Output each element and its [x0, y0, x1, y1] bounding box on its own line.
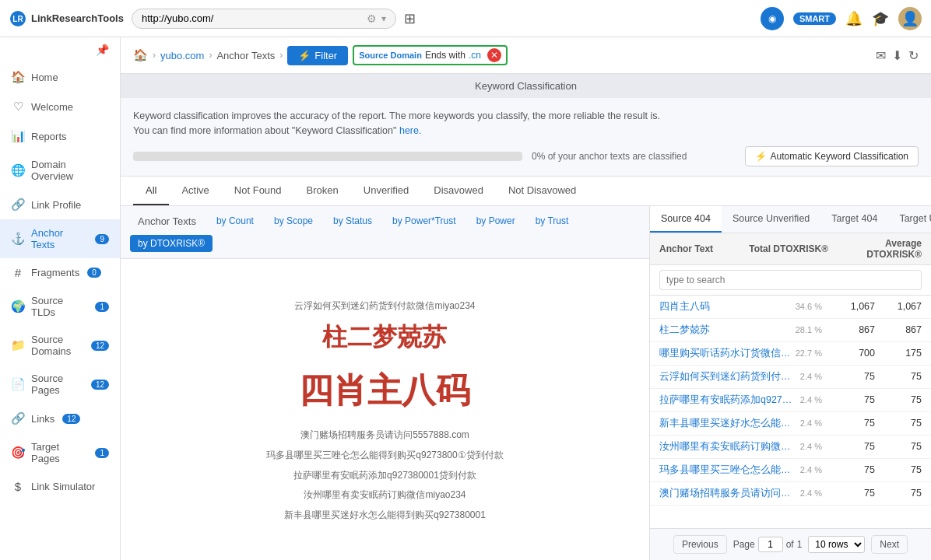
by-status-tab[interactable]: by Status: [325, 212, 380, 229]
td-total: 75: [828, 371, 875, 382]
sidebar-item-reports[interactable]: 📊 Reports: [0, 121, 120, 151]
by-power-trust-tab[interactable]: by Power*Trust: [385, 212, 464, 229]
sidebar-item-source-tlds[interactable]: 🌍 Source TLDs 1: [0, 287, 120, 326]
email-icon[interactable]: ✉: [876, 48, 886, 63]
pin-icon[interactable]: 📌: [0, 37, 120, 62]
sidebar-item-welcome[interactable]: ♡ Welcome: [0, 92, 120, 121]
tab-not-disavowed[interactable]: Not Disavowed: [496, 177, 588, 205]
table-row: 云浮如何买到迷幻药货到付款微信miyao234 2.4 % 75 75: [650, 366, 931, 389]
left-panel: Anchor Texts by Count by Scope by Status…: [121, 206, 650, 561]
prev-button[interactable]: Previous: [673, 535, 727, 554]
filter-remove-button[interactable]: ✕: [487, 48, 501, 62]
sidebar-label-source-domains: Source Domains: [31, 334, 83, 357]
filter-button[interactable]: ⚡ Filter: [287, 46, 348, 65]
link-profile-icon: 🔗: [11, 198, 25, 212]
right-tabs: Source 404 Source Unverified Target 404 …: [650, 206, 931, 233]
td-anchor[interactable]: 汝州哪里有卖安眠药订购微信miyao234: [659, 440, 792, 453]
page-label: Page: [733, 539, 755, 550]
sidebar-label-link-profile: Link Profile: [31, 199, 81, 211]
td-anchor[interactable]: 哪里购买听话药水订货微信miyao234: [659, 347, 792, 360]
td-avg: 75: [875, 488, 922, 499]
tab-active[interactable]: Active: [169, 177, 221, 205]
sidebar-label-source-pages: Source Pages: [31, 373, 83, 396]
kw-body: Keyword classification improves the accu…: [121, 98, 931, 176]
rows-per-page-select[interactable]: 10 rows 25 rows 50 rows: [808, 536, 865, 553]
td-avg: 75: [875, 464, 922, 475]
smart-badge[interactable]: SMART: [793, 12, 836, 25]
preview-area: 云浮如何买到迷幻药货到付款微信miyao234 柱二梦兢苏 四肖主八码 澳门赌场…: [121, 259, 649, 561]
td-anchor[interactable]: 玛多县哪里买三唑仑怎么能得到购买q9273800…: [659, 464, 792, 477]
by-dtoxrisk-tab[interactable]: by DTOXRISK®: [130, 235, 213, 252]
anchor-texts-badge: 9: [95, 234, 109, 244]
by-count-tab[interactable]: by Count: [209, 212, 262, 229]
avatar[interactable]: 👤: [898, 7, 922, 30]
tab-target-unverified[interactable]: Target Unverified: [888, 206, 931, 233]
table-row: 四肖主八码 34.6 % 1,067 1,067: [650, 296, 931, 319]
preview-big1: 柱二梦兢苏: [266, 315, 503, 360]
breadcrumb-site[interactable]: yubo.com: [160, 50, 204, 61]
td-percent: 2.4 %: [792, 442, 822, 451]
td-anchor[interactable]: 云浮如何买到迷幻药货到付款微信miyao234: [659, 370, 792, 383]
sidebar-label-link-simulator: Link Simulator: [31, 481, 95, 492]
download-icon[interactable]: ⬇: [892, 48, 902, 63]
tab-disavowed[interactable]: Disavowed: [421, 177, 496, 205]
sidebar-item-anchor-texts[interactable]: ⚓ Anchor Texts 9: [0, 219, 120, 258]
td-anchor[interactable]: 四肖主八码: [659, 300, 792, 313]
sidebar-label-welcome: Welcome: [31, 101, 73, 113]
filter-tag-label: Source Domain: [359, 51, 422, 60]
by-scope-tab[interactable]: by Scope: [266, 212, 321, 229]
td-total: 75: [828, 488, 875, 499]
table-row: 玛多县哪里买三唑仑怎么能得到购买q9273800… 2.4 % 75 75: [650, 459, 931, 482]
source-tlds-badge: 1: [95, 302, 109, 312]
home-breadcrumb[interactable]: 🏠: [133, 48, 148, 62]
tab-all[interactable]: All: [133, 177, 169, 205]
sidebar-item-domain-overview[interactable]: 🌐 Domain Overview: [0, 151, 120, 190]
breadcrumb-page: Anchor Texts: [216, 50, 275, 61]
sidebar-item-link-simulator[interactable]: $ Link Simulator: [0, 472, 120, 501]
sidebar-item-links[interactable]: 🔗 Links 12: [0, 404, 120, 433]
kw-here-link[interactable]: here.: [399, 125, 422, 136]
preview-line1: 云浮如何买到迷幻药货到付款微信miyao234: [266, 298, 503, 315]
main: 📌 🏠 Home ♡ Welcome 📊 Reports 🌐 Domain Ov…: [0, 37, 931, 560]
tab-not-found[interactable]: Not Found: [222, 177, 294, 205]
page-number-input[interactable]: [758, 537, 783, 552]
search-input[interactable]: [659, 270, 922, 290]
next-button[interactable]: Next: [871, 535, 908, 554]
source-domains-badge: 12: [91, 341, 109, 351]
sidebar-item-source-domains[interactable]: 📁 Source Domains 12: [0, 326, 120, 365]
td-avg: 75: [875, 441, 922, 452]
by-trust-tab[interactable]: by Trust: [528, 212, 577, 229]
sidebar-item-fragments[interactable]: # Fragments 0: [0, 258, 120, 287]
sidebar-item-target-pages[interactable]: 🎯 Target Pages 1: [0, 433, 120, 472]
breadcrumb-sep-2: ›: [209, 50, 212, 61]
sidebar-item-link-profile[interactable]: 🔗 Link Profile: [0, 190, 120, 219]
chevron-down-icon[interactable]: ▾: [381, 13, 386, 24]
td-anchor[interactable]: 新丰县哪里买迷好水怎么能得到购买q9273800…: [659, 417, 792, 430]
notification-icon[interactable]: 🔔: [845, 10, 862, 27]
auto-keyword-button[interactable]: ⚡ Automatic Keyword Classification: [745, 146, 919, 166]
td-anchor[interactable]: 柱二梦兢苏: [659, 324, 792, 337]
td-avg: 1,067: [875, 301, 922, 312]
sidebar-item-home[interactable]: 🏠 Home: [0, 62, 120, 92]
url-bar[interactable]: ⚙ ▾: [132, 9, 396, 29]
tab-source-unverified[interactable]: Source Unverified: [722, 206, 820, 233]
td-avg: 75: [875, 371, 922, 382]
td-percent: 2.4 %: [792, 372, 822, 381]
tab-source-404[interactable]: Source 404: [650, 206, 722, 233]
kw-progress-row: 0% of your anchor texts are classified ⚡…: [133, 146, 919, 166]
anchor-texts-title: Anchor Texts: [130, 212, 204, 230]
tab-target-404[interactable]: Target 404: [820, 206, 888, 233]
tab-broken[interactable]: Broken: [294, 177, 351, 205]
help-icon[interactable]: 🎓: [872, 10, 889, 27]
settings-icon[interactable]: ⚙: [367, 12, 377, 25]
td-anchor[interactable]: 澳门赌场招聘服务员请访问5557888.com: [659, 487, 792, 500]
progress-bar-wrap: [133, 152, 522, 161]
anchor-sub-tabs: Anchor Texts by Count by Scope by Status…: [121, 206, 649, 259]
url-input[interactable]: [142, 12, 362, 24]
refresh-icon[interactable]: ↻: [908, 48, 919, 63]
tab-unverified[interactable]: Unverified: [351, 177, 422, 205]
grid-icon[interactable]: ⊞: [404, 10, 416, 27]
sidebar-item-source-pages[interactable]: 📄 Source Pages 12: [0, 365, 120, 404]
td-anchor[interactable]: 拉萨哪里有安眠药添加q927380001贷到付款: [659, 394, 792, 407]
by-power-tab[interactable]: by Power: [469, 212, 523, 229]
